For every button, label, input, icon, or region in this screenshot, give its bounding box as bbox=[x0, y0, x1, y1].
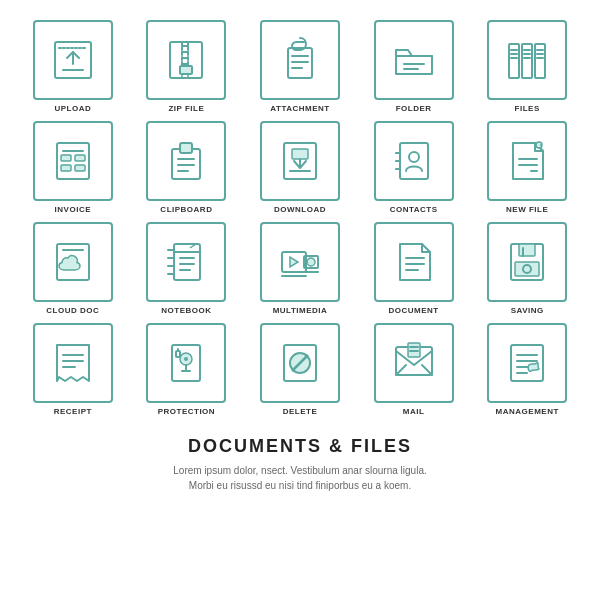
icon-box-invoice bbox=[33, 121, 113, 201]
icon-item-upload: UPLOAD bbox=[20, 20, 126, 113]
svg-rect-76 bbox=[519, 244, 535, 256]
icon-item-folder: FOLDER bbox=[361, 20, 467, 113]
icon-box-delete bbox=[260, 323, 340, 403]
icon-label-notebook: NOTEBOOK bbox=[161, 306, 211, 315]
icon-label-mail: MAIL bbox=[403, 407, 425, 416]
icon-item-attachment: ATTACHMENT bbox=[247, 20, 353, 113]
icon-item-mail: MAIL bbox=[361, 323, 467, 416]
svg-rect-10 bbox=[180, 66, 192, 74]
icon-box-new-file bbox=[487, 121, 567, 201]
icon-item-zip: ZIP FILE bbox=[134, 20, 240, 113]
icon-box-management bbox=[487, 323, 567, 403]
icon-box-upload bbox=[33, 20, 113, 100]
icon-item-document: DOCUMENT bbox=[361, 222, 467, 315]
icon-label-saving: SAVING bbox=[511, 306, 544, 315]
icon-box-folder bbox=[374, 20, 454, 100]
icon-item-cloud-doc: CLOUD DOC bbox=[20, 222, 126, 315]
svg-rect-42 bbox=[292, 149, 308, 159]
icon-label-folder: FOLDER bbox=[396, 104, 432, 113]
icon-item-receipt: RECEIPT bbox=[20, 323, 126, 416]
svg-point-47 bbox=[409, 152, 419, 162]
icon-label-cloud-doc: CLOUD DOC bbox=[46, 306, 99, 315]
icon-item-contacts: CONTACTS bbox=[361, 121, 467, 214]
footer-title: DOCUMENTS & FILES bbox=[173, 436, 426, 457]
icon-item-protection: PROTECTION bbox=[134, 323, 240, 416]
footer-text: Lorem ipsum dolor, nsect. Vestibulum ana… bbox=[173, 463, 426, 493]
icon-label-upload: UPLOAD bbox=[54, 104, 91, 113]
icon-label-document: DOCUMENT bbox=[388, 306, 438, 315]
icon-item-new-file: NEW FILE bbox=[474, 121, 580, 214]
icon-label-protection: PROTECTION bbox=[158, 407, 215, 416]
icon-box-document bbox=[374, 222, 454, 302]
svg-point-53 bbox=[540, 144, 542, 146]
icon-item-download: DOWNLOAD bbox=[247, 121, 353, 214]
icon-item-notebook: NOTEBOOK bbox=[134, 222, 240, 315]
icon-box-files bbox=[487, 20, 567, 100]
icon-item-multimedia: MULTIMEDIA bbox=[247, 222, 353, 315]
svg-rect-34 bbox=[75, 165, 85, 171]
icon-label-attachment: ATTACHMENT bbox=[270, 104, 329, 113]
icon-box-clipboard bbox=[146, 121, 226, 201]
footer: DOCUMENTS & FILES Lorem ipsum dolor, nse… bbox=[173, 432, 426, 493]
svg-point-85 bbox=[184, 357, 188, 361]
icon-item-invoice: INVOICE bbox=[20, 121, 126, 214]
icon-box-contacts bbox=[374, 121, 454, 201]
icon-item-clipboard: CLiPBOARD bbox=[134, 121, 240, 214]
icon-label-files: FILES bbox=[515, 104, 540, 113]
icon-label-receipt: RECEIPT bbox=[54, 407, 92, 416]
icon-item-management: MANAGEMENT bbox=[474, 323, 580, 416]
icon-box-multimedia bbox=[260, 222, 340, 302]
icon-box-zip bbox=[146, 20, 226, 100]
icon-item-saving: SAVING bbox=[474, 222, 580, 315]
icon-grid: UPLOAD ZIP FILE bbox=[20, 20, 580, 416]
icon-label-invoice: INVOICE bbox=[55, 205, 91, 214]
icon-label-management: MANAGEMENT bbox=[496, 407, 559, 416]
icon-box-saving bbox=[487, 222, 567, 302]
icon-box-protection bbox=[146, 323, 226, 403]
icon-box-attachment bbox=[260, 20, 340, 100]
icon-label-contacts: CONTACTS bbox=[390, 205, 438, 214]
svg-rect-33 bbox=[61, 165, 71, 171]
icon-label-new-file: NEW FILE bbox=[506, 205, 548, 214]
icon-box-receipt bbox=[33, 323, 113, 403]
icon-label-zip: ZIP FILE bbox=[168, 104, 204, 113]
svg-marker-67 bbox=[290, 257, 298, 267]
svg-rect-32 bbox=[75, 155, 85, 161]
svg-rect-36 bbox=[180, 143, 192, 153]
icon-label-multimedia: MULTIMEDIA bbox=[273, 306, 328, 315]
icon-box-mail bbox=[374, 323, 454, 403]
icon-item-delete: DELETE bbox=[247, 323, 353, 416]
icon-label-clipboard: CLiPBOARD bbox=[160, 205, 212, 214]
icon-label-delete: DELETE bbox=[283, 407, 318, 416]
icon-box-cloud-doc bbox=[33, 222, 113, 302]
icon-box-download bbox=[260, 121, 340, 201]
svg-rect-56 bbox=[174, 244, 200, 280]
svg-rect-31 bbox=[61, 155, 71, 161]
icon-label-download: DOWNLOAD bbox=[274, 205, 326, 214]
svg-point-69 bbox=[307, 258, 315, 266]
icon-box-notebook bbox=[146, 222, 226, 302]
icon-item-files: FILES bbox=[474, 20, 580, 113]
